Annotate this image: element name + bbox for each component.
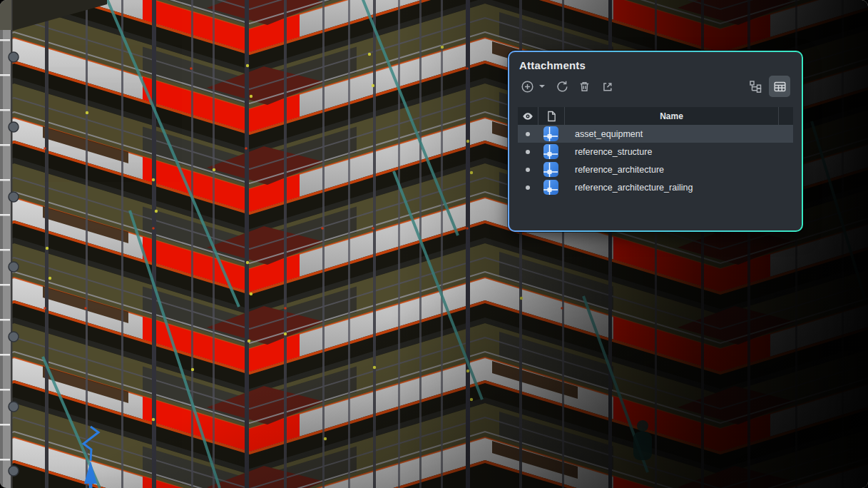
table-view-toggle[interactable] [769, 76, 790, 97]
delete-button[interactable] [575, 77, 593, 96]
add-circle-icon [521, 80, 534, 93]
eye-icon [522, 111, 533, 122]
scroll-gutter [779, 107, 793, 125]
visibility-dot[interactable] [526, 168, 530, 172]
attachments-panel: Attachments [508, 51, 803, 232]
visibility-dot[interactable] [526, 185, 530, 190]
refresh-button[interactable] [552, 77, 571, 96]
refresh-icon [555, 80, 568, 93]
attach-button[interactable] [518, 77, 536, 96]
attachment-name: asset_equipment [563, 129, 643, 139]
name-column-label: Name [660, 111, 683, 121]
visibility-dot[interactable] [526, 132, 530, 136]
dwg-reference-icon [543, 162, 558, 177]
attachments-toolbar [509, 73, 802, 100]
attachment-name: reference_architecture_railing [563, 183, 693, 193]
attachment-row[interactable]: reference_architecture_railing [518, 178, 793, 196]
panel-title: Attachments [509, 52, 802, 73]
attachment-row[interactable]: reference_structure [518, 143, 793, 161]
document-icon [547, 111, 556, 122]
attachments-table: Name asset_equipment [518, 107, 793, 230]
attachment-row[interactable]: reference_architecture [518, 161, 793, 178]
open-external-icon [601, 80, 614, 93]
file-column-header[interactable] [538, 107, 565, 125]
name-column-header[interactable]: Name [565, 107, 779, 125]
attachment-name: reference_architecture [563, 165, 664, 175]
attachment-row[interactable]: asset_equipment [518, 125, 793, 143]
visibility-column-header[interactable] [518, 107, 538, 125]
tree-view-icon [749, 80, 762, 93]
attachment-name: reference_structure [563, 147, 652, 157]
dwg-reference-icon [543, 126, 558, 141]
attach-options-caret-icon[interactable] [539, 85, 545, 88]
visibility-dot[interactable] [526, 150, 530, 154]
application-window: Attachments [0, 0, 868, 488]
tree-view-toggle[interactable] [746, 77, 765, 96]
table-view-icon [773, 80, 787, 93]
dwg-reference-icon [543, 144, 558, 159]
table-header: Name [518, 107, 793, 125]
open-external-button[interactable] [598, 77, 616, 96]
trash-icon [578, 80, 591, 93]
dwg-reference-icon [543, 180, 558, 195]
